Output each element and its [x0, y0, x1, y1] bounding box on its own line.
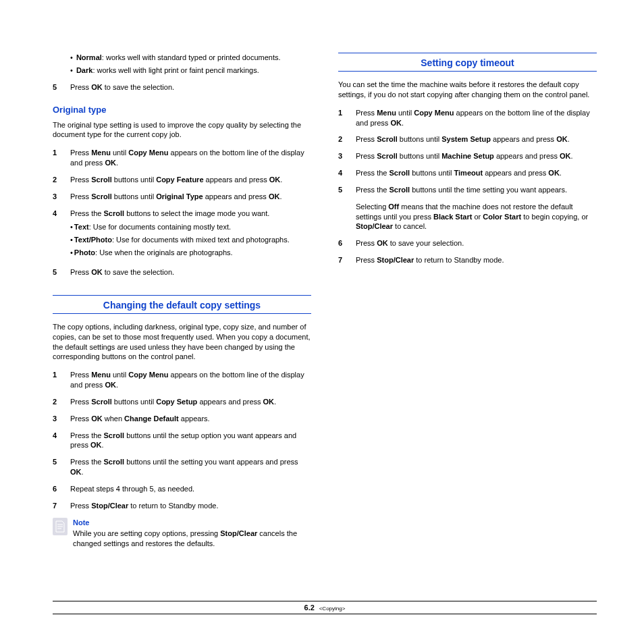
to-step-7: 7 Press Stop/Clear to return to Standby …: [338, 255, 597, 265]
to-step-3: 3 Press Scroll buttons until Machine Set…: [338, 151, 597, 161]
footer: 6.2 <Copying>: [53, 601, 597, 614]
ch-step-2: 2 Press Scroll buttons until Copy Setup …: [53, 397, 311, 407]
heading-setting-timeout: Setting copy timeout: [338, 53, 597, 72]
to-step-1: 1 Press Menu until Copy Menu appears on …: [338, 108, 597, 128]
original-type-intro: The original type setting is used to imp…: [53, 120, 311, 140]
footer-page: .2: [308, 603, 315, 612]
heading-changing-defaults: Changing the default copy settings: [53, 295, 311, 314]
ot-step-3: 3 Press Scroll buttons until Original Ty…: [53, 192, 311, 202]
changing-intro: The copy options, including darkness, or…: [53, 322, 311, 362]
ot-step-1: 1 Press Menu until Copy Menu appears on …: [53, 148, 311, 168]
ch-step-5: 5 Press the Scroll buttons until the set…: [53, 457, 311, 477]
ch-step-1: 1 Press Menu until Copy Menu appears on …: [53, 370, 311, 390]
ch-step-4: 4 Press the Scroll buttons until the set…: [53, 431, 311, 451]
note-label: Note: [73, 518, 311, 528]
ch-step-7: 7 Press Stop/Clear to return to Standby …: [53, 501, 311, 511]
ch-step-3: 3 Press OK when Change Default appears.: [53, 414, 311, 424]
to-step-5-extra: Selecting Off means that the machine doe…: [356, 202, 597, 232]
columns: Normal: works well with standard typed o…: [53, 53, 597, 549]
ot-step-5: 5 Press OK to save the selection.: [53, 267, 311, 277]
left-column: Normal: works well with standard typed o…: [53, 53, 311, 549]
note: Note While you are setting copy options,…: [53, 518, 311, 549]
to-step-6: 6 Press OK to save your selection.: [338, 238, 597, 248]
ch-step-6: 6Repeat steps 4 through 5, as needed.: [53, 484, 311, 494]
to-step-4: 4 Press the Scroll buttons until Timeout…: [338, 168, 597, 178]
note-icon: [53, 518, 68, 535]
bullet-text: Text: Use for documents containing mostl…: [70, 222, 311, 232]
to-step-2: 2 Press Scroll buttons until System Setu…: [338, 134, 597, 144]
step-5: 5 Press OK to save the selection.: [53, 82, 311, 92]
footer-section: <Copying>: [319, 606, 346, 612]
ot-step-2: 2 Press Scroll buttons until Copy Featur…: [53, 175, 311, 185]
bullet-text-photo: Text/Photo: Use for documents with mixed…: [70, 235, 311, 245]
timeout-intro: You can set the time the machine waits b…: [338, 80, 597, 100]
bullet-normal: Normal: works well with standard typed o…: [70, 53, 311, 63]
ot-step-4: 4 Press the Scroll buttons to select the…: [53, 209, 311, 261]
to-step-5: 5 Press the Scroll buttons until the tim…: [338, 185, 597, 232]
right-column: Setting copy timeout You can set the tim…: [338, 53, 597, 549]
page: Normal: works well with standard typed o…: [0, 0, 644, 644]
heading-original-type: Original type: [53, 105, 311, 115]
bullet-photo: Photo: Use when the originals are photog…: [70, 248, 311, 258]
bullet-dark: Dark: works well with light print or fai…: [70, 65, 311, 76]
